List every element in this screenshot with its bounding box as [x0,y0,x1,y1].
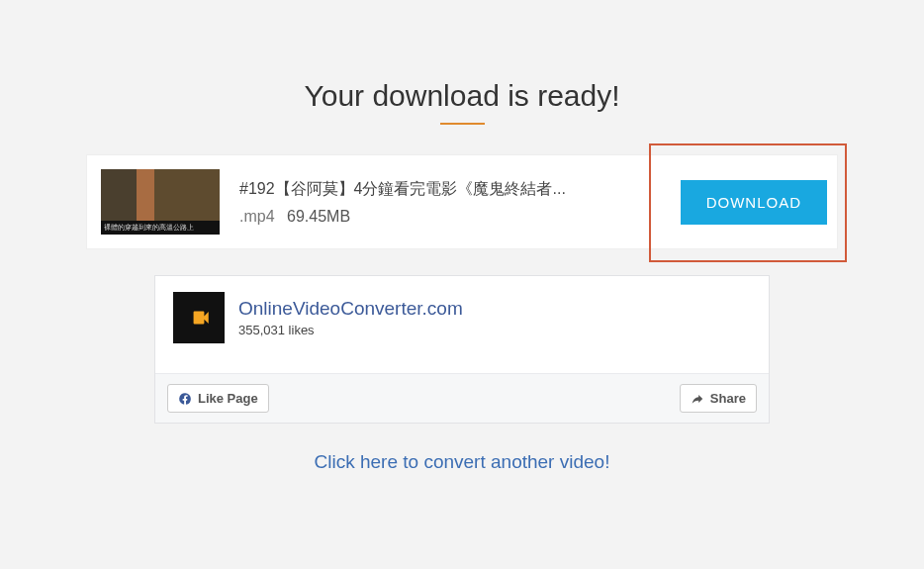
share-icon [691,392,704,406]
page-title: Your download is ready! [86,79,838,113]
heading-rule [440,123,485,125]
facebook-icon [178,392,192,406]
thumbnail-caption: 裸體的穿越到來的高溫公路上 [101,221,220,235]
download-card: 裸體的穿越到來的高溫公路上 #192【谷阿莫】4分鐘看完電影《魔鬼終結者... … [86,154,838,249]
logo-icon [186,305,212,331]
video-meta: #192【谷阿莫】4分鐘看完電影《魔鬼終結者... .mp4 69.45MB [220,179,681,226]
like-page-button[interactable]: Like Page [167,384,269,413]
share-button[interactable]: Share [680,384,757,413]
video-thumbnail: 裸體的穿越到來的高溫公路上 [101,169,220,235]
like-page-label: Like Page [198,391,258,406]
download-button[interactable]: DOWNLOAD [681,180,827,225]
convert-another-link[interactable]: Click here to convert another video! [86,451,838,473]
facebook-avatar [173,292,225,343]
share-label: Share [710,391,746,406]
facebook-likes: 355,031 likes [238,323,463,338]
facebook-widget: OnlineVideoConverter.com 355,031 likes L… [154,275,770,424]
video-extension: .mp4 [239,208,275,225]
thumbnail-image [101,169,220,221]
video-size: 69.45MB [287,208,350,225]
video-title: #192【谷阿莫】4分鐘看完電影《魔鬼終結者... [239,179,681,200]
facebook-page-name[interactable]: OnlineVideoConverter.com [238,298,463,321]
